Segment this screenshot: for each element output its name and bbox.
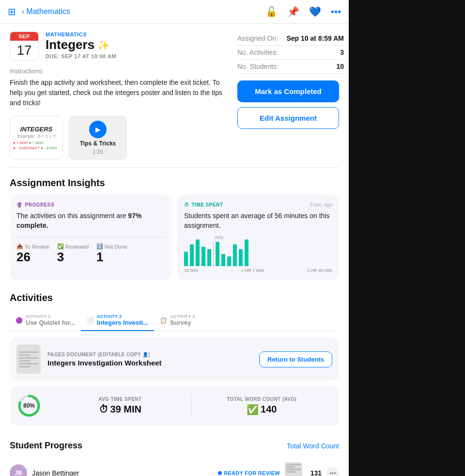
- student-list: JB Jason Bettinger READY FOR REVIEW 131 …: [10, 457, 339, 476]
- integers-legend: ● + ADD ● + ADD ● - SUBTRACT ● - EVEN: [13, 141, 60, 150]
- tab-activity-3[interactable]: 📋 ACTIVITY 3 Survey: [154, 310, 201, 331]
- student-progress-title: Student Progress: [10, 441, 82, 451]
- subject-label: MATHEMATICS: [46, 32, 223, 37]
- sparkle-icon: ✨: [97, 39, 109, 51]
- instructions-label: Instructions:: [10, 67, 223, 75]
- avg-label: AVG: [215, 235, 223, 240]
- assigned-on-row: Assigned On: Sep 10 at 8:59 AM: [237, 32, 344, 46]
- header: ⊞ ‹ Mathematics 🔓 📌 💙 •••: [0, 0, 349, 24]
- activities-section: Activities 🟣 ACTIVITY 1 Use Quizlet for.…: [0, 285, 349, 433]
- progress-icon: 🔮: [16, 202, 23, 207]
- back-button[interactable]: ‹ Mathematics: [22, 7, 70, 16]
- bar-2: [190, 244, 194, 266]
- bar-1: [184, 252, 188, 266]
- play-button[interactable]: ▶: [89, 121, 107, 138]
- calendar-day: 17: [16, 41, 31, 60]
- label-1hr7min: 1 HR 7 MIN: [241, 268, 264, 273]
- doc-stats-row: 80% AVG TIME SPENT ⏱ 39 MIN TOTAL WORD C…: [10, 386, 339, 425]
- word-count-value: ✅ 140: [247, 404, 277, 415]
- assignment-header: SEP 17 MATHEMATICS Integers ✨ DUE: SEP 1…: [10, 32, 223, 61]
- progress-circle: 80%: [16, 393, 42, 418]
- reviewed-label: ✅ Reviewed: [57, 243, 89, 250]
- clock-icon: ⏱: [184, 202, 189, 207]
- doc-name: Integers Investigation Worksheet: [47, 359, 252, 367]
- survey-icon: 📋: [160, 317, 167, 324]
- student-name-1: Jason Bettinger: [32, 469, 213, 476]
- more-button-1[interactable]: •••: [326, 467, 339, 476]
- integers-poster-tile[interactable]: INTEGERS Example: -3 + 1 = ? ● + ADD ● +…: [10, 116, 63, 159]
- bar-9: [233, 244, 237, 266]
- assignment-title: Integers ✨: [46, 37, 223, 52]
- thumb-line-2: [19, 354, 31, 356]
- instructions-text: Finish the app activity and worksheet, t…: [10, 78, 223, 108]
- doc-thumbnail: [16, 345, 41, 374]
- pin-icon[interactable]: 📌: [287, 6, 299, 17]
- heart-icon[interactable]: 💙: [309, 6, 321, 17]
- media-tiles: INTEGERS Example: -3 + 1 = ? ● + ADD ● +…: [10, 116, 223, 159]
- bar-3: [196, 239, 200, 266]
- dot-review: [218, 471, 222, 475]
- chart-labels: 33 MIN 1 HR 7 MIN 1 HR 40 MIN: [184, 268, 332, 273]
- sidebar-icon[interactable]: ⊞: [8, 6, 16, 17]
- no-activities-value: 3: [340, 48, 344, 56]
- time-ago: 3 sec. ago: [310, 202, 332, 207]
- tab-activity-1[interactable]: 🟣 ACTIVITY 1 Use Quizlet for...: [10, 310, 81, 331]
- progress-card: 🔮 PROGRESS The activities on this assign…: [10, 195, 171, 280]
- edit-assignment-button[interactable]: Edit Assignment: [237, 107, 339, 129]
- to-review-stat: 📥 To Review 26: [16, 243, 49, 265]
- tab-1-number: ACTIVITY 1: [26, 314, 75, 319]
- return-to-students-button[interactable]: Return to Students: [259, 351, 332, 367]
- total-word-count-link[interactable]: Total Word Count: [287, 442, 339, 450]
- no-students-row: No. Students: 10: [237, 60, 344, 74]
- thumb-line-4: [19, 360, 31, 362]
- reviewed-stat: ✅ Reviewed 3: [57, 243, 89, 265]
- bar-chart-container: AVG 33 MIN 1 HR 7 MIN 1 HR 40 MIN: [184, 237, 332, 273]
- document-card: PAGES DOCUMENT (EDITABLE COPY 👤) Integer…: [10, 338, 339, 381]
- bar-chart: AVG: [184, 237, 332, 266]
- tab-3-number: ACTIVITY 3: [170, 314, 195, 319]
- avg-time-label: AVG TIME SPENT: [98, 397, 141, 402]
- bar-4: [202, 247, 205, 266]
- quizlet-icon: 🟣: [16, 317, 23, 324]
- insights-cards: 🔮 PROGRESS The activities on this assign…: [10, 195, 339, 280]
- time-spent-tag: ⏱ TIME SPENT 3 sec. ago: [184, 202, 332, 207]
- tab-1-name: Use Quizlet for...: [26, 319, 75, 326]
- calendar-month: SEP: [10, 32, 38, 41]
- no-activities-label: No. Activities:: [237, 48, 278, 56]
- more-icon[interactable]: •••: [331, 6, 341, 17]
- title-text: Integers: [46, 37, 94, 52]
- insights-title: Assignment Insights: [10, 177, 339, 189]
- unlock-icon[interactable]: 🔓: [265, 6, 278, 17]
- to-review-label: 📥 To Review: [16, 243, 49, 250]
- student-thumb-1[interactable]: [285, 462, 302, 476]
- tab-2-number: ACTIVITY 2: [97, 314, 148, 319]
- label-33min: 33 MIN: [184, 268, 198, 273]
- thumb-lines: [19, 351, 38, 367]
- due-date: DUE: SEP 17 AT 10:00 AM: [46, 53, 223, 59]
- action-buttons: Mark as Completed Edit Assignment: [237, 80, 339, 129]
- reviewed-value: 3: [57, 250, 89, 265]
- pages-icon: 📄: [87, 317, 94, 324]
- right-info: Assigned On: Sep 10 at 8:59 AM No. Activ…: [237, 32, 344, 74]
- header-icons: 🔓 📌 💙 •••: [265, 6, 341, 17]
- stats-row: 📥 To Review 26 ✅ Reviewed 3: [16, 237, 165, 265]
- avg-line: AVG: [213, 242, 214, 266]
- progress-text: The activities on this assignment are 97…: [16, 211, 165, 230]
- integers-subtitle: Example: -3 + 1 = ?: [17, 134, 56, 139]
- not-done-label: ℹ️ Not Done: [96, 243, 127, 250]
- no-activities-row: No. Activities: 3: [237, 46, 344, 60]
- back-label[interactable]: Mathematics: [26, 7, 70, 16]
- time-spent-card: ⏱ TIME SPENT 3 sec. ago Students spent a…: [177, 195, 339, 280]
- right-column: Assigned On: Sep 10 at 8:59 AM No. Activ…: [232, 24, 349, 167]
- mark-completed-button[interactable]: Mark as Completed: [237, 80, 339, 102]
- student-row: JB Jason Bettinger READY FOR REVIEW 131 …: [10, 457, 339, 476]
- tips-tricks-tile[interactable]: ▶ Tips & Tricks 1:20: [69, 116, 127, 159]
- assigned-on-value: Sep 10 at 8:59 AM: [286, 34, 344, 42]
- student-progress-header: Student Progress Total Word Count: [10, 441, 339, 451]
- activity-tabs: 🟣 ACTIVITY 1 Use Quizlet for... 📄 ACTIVI…: [10, 310, 339, 331]
- tab-activity-2[interactable]: 📄 ACTIVITY 2 Integers Investi...: [81, 310, 154, 331]
- clock-stat-icon: ⏱: [99, 404, 108, 415]
- progress-circle-wrap: 80%: [16, 393, 42, 418]
- bar-8: [227, 256, 231, 266]
- no-students-value: 10: [336, 63, 344, 70]
